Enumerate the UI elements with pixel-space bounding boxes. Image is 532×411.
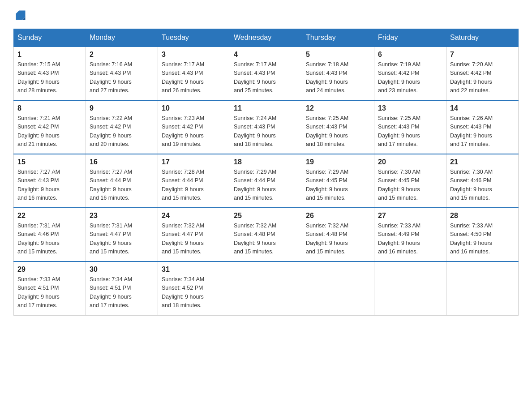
calendar-cell-w1-d6: 6 Sunrise: 7:19 AM Sunset: 4:42 PM Dayli… xyxy=(374,47,446,100)
calendar-cell-w4-d3: 24 Sunrise: 7:32 AM Sunset: 4:47 PM Dayl… xyxy=(158,208,230,261)
calendar-cell-w3-d3: 17 Sunrise: 7:28 AM Sunset: 4:44 PM Dayl… xyxy=(158,154,230,208)
calendar-cell-w5-d2: 30 Sunrise: 7:34 AM Sunset: 4:51 PM Dayl… xyxy=(86,261,158,315)
calendar-cell-w2-d5: 12 Sunrise: 7:25 AM Sunset: 4:43 PM Dayl… xyxy=(302,100,374,154)
calendar-cell-w3-d2: 16 Sunrise: 7:27 AM Sunset: 4:44 PM Dayl… xyxy=(86,154,158,208)
day-number: 1 xyxy=(17,51,82,59)
header-wednesday: Wednesday xyxy=(230,29,302,47)
calendar-cell-w5-d4 xyxy=(230,261,302,315)
calendar-cell-w4-d1: 22 Sunrise: 7:31 AM Sunset: 4:46 PM Dayl… xyxy=(14,208,86,261)
calendar-cell-w3-d1: 15 Sunrise: 7:27 AM Sunset: 4:43 PM Dayl… xyxy=(14,154,86,208)
day-number: 26 xyxy=(306,212,370,220)
day-number: 24 xyxy=(162,212,226,220)
day-number: 22 xyxy=(17,212,82,220)
day-number: 6 xyxy=(378,51,442,59)
header-thursday: Thursday xyxy=(302,29,374,47)
day-info: Sunrise: 7:20 AM Sunset: 4:42 PM Dayligh… xyxy=(450,60,515,95)
day-number: 27 xyxy=(378,212,442,220)
calendar-cell-w1-d4: 4 Sunrise: 7:17 AM Sunset: 4:43 PM Dayli… xyxy=(230,47,302,100)
day-number: 7 xyxy=(450,51,515,59)
calendar-cell-w2-d3: 10 Sunrise: 7:23 AM Sunset: 4:42 PM Dayl… xyxy=(158,100,230,154)
day-info: Sunrise: 7:26 AM Sunset: 4:43 PM Dayligh… xyxy=(450,114,515,149)
calendar-cell-w2-d1: 8 Sunrise: 7:21 AM Sunset: 4:42 PM Dayli… xyxy=(14,100,86,154)
calendar-cell-w1-d7: 7 Sunrise: 7:20 AM Sunset: 4:42 PM Dayli… xyxy=(446,47,519,100)
calendar-cell-w5-d5 xyxy=(302,261,374,315)
day-info: Sunrise: 7:32 AM Sunset: 4:48 PM Dayligh… xyxy=(306,222,370,257)
day-number: 31 xyxy=(162,265,226,274)
day-info: Sunrise: 7:17 AM Sunset: 4:43 PM Dayligh… xyxy=(162,60,226,95)
day-info: Sunrise: 7:30 AM Sunset: 4:46 PM Dayligh… xyxy=(450,168,515,203)
day-info: Sunrise: 7:32 AM Sunset: 4:47 PM Dayligh… xyxy=(162,222,226,257)
day-number: 17 xyxy=(162,158,226,166)
calendar-cell-w3-d7: 21 Sunrise: 7:30 AM Sunset: 4:46 PM Dayl… xyxy=(446,154,519,208)
day-number: 18 xyxy=(234,158,298,166)
day-number: 11 xyxy=(234,104,298,112)
day-info: Sunrise: 7:19 AM Sunset: 4:42 PM Dayligh… xyxy=(378,60,442,95)
calendar-cell-w2-d4: 11 Sunrise: 7:24 AM Sunset: 4:43 PM Dayl… xyxy=(230,100,302,154)
day-info: Sunrise: 7:31 AM Sunset: 4:47 PM Dayligh… xyxy=(90,222,154,257)
day-number: 12 xyxy=(306,104,370,112)
day-number: 28 xyxy=(450,212,515,220)
day-info: Sunrise: 7:33 AM Sunset: 4:49 PM Dayligh… xyxy=(378,222,442,257)
day-info: Sunrise: 7:22 AM Sunset: 4:42 PM Dayligh… xyxy=(90,114,154,149)
week-row-5: 29 Sunrise: 7:33 AM Sunset: 4:51 PM Dayl… xyxy=(14,261,519,315)
header-friday: Friday xyxy=(374,29,446,47)
day-info: Sunrise: 7:25 AM Sunset: 4:43 PM Dayligh… xyxy=(378,114,442,149)
page-header xyxy=(13,9,519,20)
week-row-4: 22 Sunrise: 7:31 AM Sunset: 4:46 PM Dayl… xyxy=(14,208,519,261)
day-info: Sunrise: 7:21 AM Sunset: 4:42 PM Dayligh… xyxy=(17,114,82,149)
day-number: 15 xyxy=(17,158,82,166)
calendar-header-row: SundayMondayTuesdayWednesdayThursdayFrid… xyxy=(14,29,519,47)
day-number: 5 xyxy=(306,51,370,59)
day-info: Sunrise: 7:16 AM Sunset: 4:43 PM Dayligh… xyxy=(90,60,154,95)
calendar-cell-w3-d6: 20 Sunrise: 7:30 AM Sunset: 4:45 PM Dayl… xyxy=(374,154,446,208)
calendar-cell-w5-d6 xyxy=(374,261,446,315)
calendar-cell-w2-d2: 9 Sunrise: 7:22 AM Sunset: 4:42 PM Dayli… xyxy=(86,100,158,154)
day-number: 3 xyxy=(162,51,226,59)
day-info: Sunrise: 7:34 AM Sunset: 4:51 PM Dayligh… xyxy=(90,275,154,310)
calendar-cell-w2-d6: 13 Sunrise: 7:25 AM Sunset: 4:43 PM Dayl… xyxy=(374,100,446,154)
week-row-1: 1 Sunrise: 7:15 AM Sunset: 4:43 PM Dayli… xyxy=(14,47,519,100)
logo xyxy=(13,9,27,20)
calendar-cell-w4-d7: 28 Sunrise: 7:33 AM Sunset: 4:50 PM Dayl… xyxy=(446,208,519,261)
calendar-table: SundayMondayTuesdayWednesdayThursdayFrid… xyxy=(13,29,519,316)
calendar-cell-w1-d3: 3 Sunrise: 7:17 AM Sunset: 4:43 PM Dayli… xyxy=(158,47,230,100)
day-info: Sunrise: 7:31 AM Sunset: 4:46 PM Dayligh… xyxy=(17,222,82,257)
day-info: Sunrise: 7:24 AM Sunset: 4:43 PM Dayligh… xyxy=(234,114,298,149)
day-number: 25 xyxy=(234,212,298,220)
day-info: Sunrise: 7:32 AM Sunset: 4:48 PM Dayligh… xyxy=(234,222,298,257)
week-row-3: 15 Sunrise: 7:27 AM Sunset: 4:43 PM Dayl… xyxy=(14,154,519,208)
day-number: 2 xyxy=(90,51,154,59)
calendar-cell-w4-d5: 26 Sunrise: 7:32 AM Sunset: 4:48 PM Dayl… xyxy=(302,208,374,261)
day-info: Sunrise: 7:30 AM Sunset: 4:45 PM Dayligh… xyxy=(378,168,442,203)
day-number: 8 xyxy=(17,104,82,112)
day-info: Sunrise: 7:29 AM Sunset: 4:44 PM Dayligh… xyxy=(234,168,298,203)
day-info: Sunrise: 7:18 AM Sunset: 4:43 PM Dayligh… xyxy=(306,60,370,95)
day-info: Sunrise: 7:33 AM Sunset: 4:50 PM Dayligh… xyxy=(450,222,515,257)
day-number: 16 xyxy=(90,158,154,166)
day-number: 19 xyxy=(306,158,370,166)
day-number: 10 xyxy=(162,104,226,112)
calendar-cell-w5-d3: 31 Sunrise: 7:34 AM Sunset: 4:52 PM Dayl… xyxy=(158,261,230,315)
day-info: Sunrise: 7:33 AM Sunset: 4:51 PM Dayligh… xyxy=(17,275,82,310)
day-info: Sunrise: 7:25 AM Sunset: 4:43 PM Dayligh… xyxy=(306,114,370,149)
day-info: Sunrise: 7:28 AM Sunset: 4:44 PM Dayligh… xyxy=(162,168,226,203)
day-number: 23 xyxy=(90,212,154,220)
calendar-cell-w1-d2: 2 Sunrise: 7:16 AM Sunset: 4:43 PM Dayli… xyxy=(86,47,158,100)
day-info: Sunrise: 7:27 AM Sunset: 4:43 PM Dayligh… xyxy=(17,168,82,203)
day-number: 13 xyxy=(378,104,442,112)
day-number: 9 xyxy=(90,104,154,112)
calendar-cell-w1-d1: 1 Sunrise: 7:15 AM Sunset: 4:43 PM Dayli… xyxy=(14,47,86,100)
logo-icon xyxy=(14,9,27,21)
day-number: 4 xyxy=(234,51,298,59)
day-number: 30 xyxy=(90,265,154,274)
calendar-cell-w4-d4: 25 Sunrise: 7:32 AM Sunset: 4:48 PM Dayl… xyxy=(230,208,302,261)
week-row-2: 8 Sunrise: 7:21 AM Sunset: 4:42 PM Dayli… xyxy=(14,100,519,154)
calendar-cell-w5-d1: 29 Sunrise: 7:33 AM Sunset: 4:51 PM Dayl… xyxy=(14,261,86,315)
day-number: 21 xyxy=(450,158,515,166)
header-saturday: Saturday xyxy=(446,29,519,47)
calendar-cell-w5-d7 xyxy=(446,261,519,315)
day-number: 20 xyxy=(378,158,442,166)
day-info: Sunrise: 7:23 AM Sunset: 4:42 PM Dayligh… xyxy=(162,114,226,149)
day-number: 29 xyxy=(17,265,82,274)
calendar-cell-w2-d7: 14 Sunrise: 7:26 AM Sunset: 4:43 PM Dayl… xyxy=(446,100,519,154)
